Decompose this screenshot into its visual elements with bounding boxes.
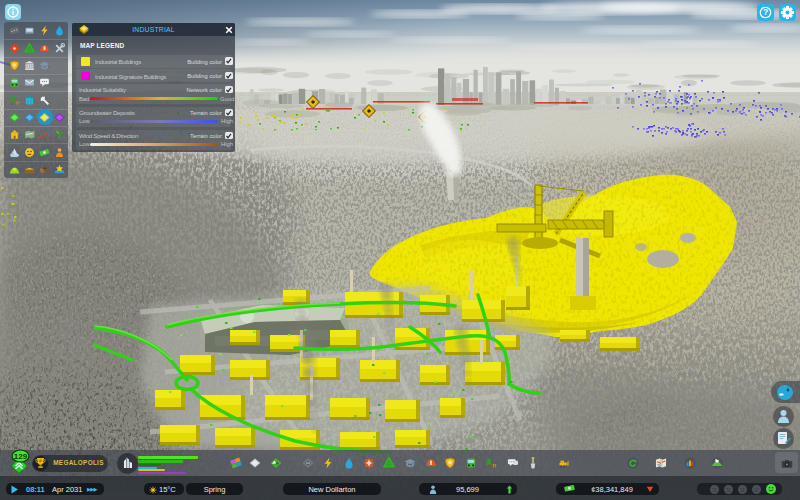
svg-text:?: ? — [763, 7, 768, 17]
svg-text:129: 129 — [14, 452, 28, 461]
